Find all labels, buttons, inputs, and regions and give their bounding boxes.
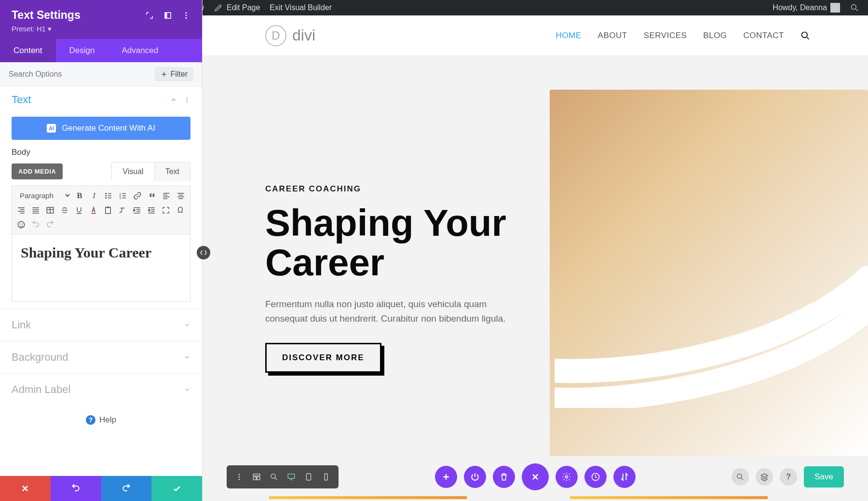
editor-tab-visual[interactable]: Visual [112,162,154,181]
dock-icon[interactable] [163,11,172,20]
tab-design[interactable]: Design [56,39,108,62]
italic-button[interactable]: I [88,190,100,202]
search-mini-button[interactable] [732,468,749,486]
nav-contact[interactable]: CONTACT [744,31,784,41]
apply-button[interactable] [151,476,202,501]
omega-button[interactable]: Ω [174,204,187,217]
redo-changes-button[interactable] [101,476,152,501]
undo-changes-button[interactable] [51,476,101,501]
link-button[interactable] [131,190,144,202]
svg-text:3: 3 [120,196,122,199]
search-icon[interactable] [800,31,810,41]
builder-bottom-bar: ? Save [203,463,868,490]
svg-point-27 [239,479,240,480]
section-text-toggle[interactable]: Text [0,87,202,113]
ai-label: Generate Content With AI [62,123,155,133]
svg-point-6 [186,14,187,16]
history-button[interactable] [584,466,607,488]
textcolor-button[interactable] [87,204,100,217]
trash-button[interactable] [493,466,515,488]
zoom-icon[interactable] [266,469,282,485]
nav-home[interactable]: HOME [556,31,582,41]
tablet-icon[interactable] [301,469,316,485]
sidebar-footer [0,476,202,501]
chevron-down-icon [184,354,190,361]
howdy-label: Howdy, Deanna [773,3,827,12]
svg-rect-19 [106,207,111,214]
paste-button[interactable] [102,204,114,217]
section-admin-label[interactable]: Admin Label [0,373,202,406]
ul-button[interactable] [102,190,115,202]
site-logo[interactable]: D divi [265,25,315,46]
quote-button[interactable] [146,190,158,202]
ol-button[interactable]: 123 [117,190,129,202]
save-button[interactable]: Save [804,466,844,487]
strike-button[interactable] [58,204,71,217]
fullscreen-button[interactable] [160,204,172,217]
section-background[interactable]: Background [0,341,202,373]
svg-rect-30 [257,477,260,480]
generate-ai-button[interactable]: AI Generate Content With AI [12,117,190,140]
align-center-button[interactable] [175,190,187,202]
align-right-button[interactable] [15,204,27,217]
close-builder-button[interactable] [522,463,549,490]
add-button[interactable] [435,466,457,488]
wp-howdy[interactable]: Howdy, Deanna [768,0,845,15]
editor-toolbar: Paragraph B I 123 Ω [12,186,190,234]
paragraph-select[interactable]: Paragraph [15,189,71,202]
tab-advanced[interactable]: Advanced [108,39,172,62]
wp-edit-page[interactable]: Edit Page [209,0,265,15]
exit-label: Exit Visual Builder [270,3,332,12]
emoji-button[interactable] [15,218,27,231]
layers-button[interactable] [756,468,773,486]
filter-label: Filter [170,70,188,79]
help-link[interactable]: ? Help [0,406,202,434]
hero-heading[interactable]: Shaping Your Career [265,203,511,283]
undo-button[interactable] [29,218,42,231]
table-button[interactable] [44,204,56,217]
settings-button[interactable] [556,466,578,488]
nav-about[interactable]: ABOUT [598,31,627,41]
phone-icon[interactable] [318,469,334,485]
indent-button[interactable] [145,204,158,217]
sort-button[interactable] [613,466,636,488]
search-input[interactable] [9,70,155,79]
sidebar-collapse-handle[interactable] [197,246,210,259]
filter-button[interactable]: Filter [155,67,193,81]
wp-exit-builder[interactable]: Exit Visual Builder [265,0,337,15]
align-justify-button[interactable] [29,204,42,217]
svg-point-24 [802,32,808,38]
more-vert-icon[interactable] [184,96,190,103]
svg-point-8 [187,97,188,98]
wireframe-icon[interactable] [249,469,264,485]
redo-button[interactable] [44,218,56,231]
search-bar: Filter [0,62,202,87]
align-left-button[interactable] [160,190,173,202]
wp-search[interactable] [845,0,864,15]
help-button[interactable]: ? [780,468,797,486]
add-media-button[interactable]: ADD MEDIA [12,163,63,179]
editor-textarea[interactable]: Shaping Your Career [12,234,190,302]
more-icon[interactable] [182,11,190,20]
nav-services[interactable]: SERVICES [644,31,687,41]
underline-button[interactable] [73,204,85,217]
hero-cta-button[interactable]: DISCOVER MORE [265,343,381,373]
svg-point-5 [186,12,187,14]
section-link[interactable]: Link [0,309,202,341]
more-icon[interactable] [231,469,247,485]
nav-blog[interactable]: BLOG [703,31,727,41]
power-button[interactable] [464,466,486,488]
editor-tab-text[interactable]: Text [154,162,190,181]
outdent-button[interactable] [131,204,143,217]
svg-rect-33 [307,474,311,480]
expand-icon[interactable] [145,11,154,20]
tab-content[interactable]: Content [0,39,56,62]
svg-rect-4 [165,13,167,18]
bold-button[interactable]: B [73,190,86,202]
preset-selector[interactable]: Preset: H1 ▾ [12,25,190,33]
desktop-icon[interactable] [284,469,299,485]
hero-eyebrow: CAREER COACHING [265,184,511,194]
discard-button[interactable] [0,476,51,501]
clear-format-button[interactable] [116,204,129,217]
svg-rect-28 [253,474,260,476]
